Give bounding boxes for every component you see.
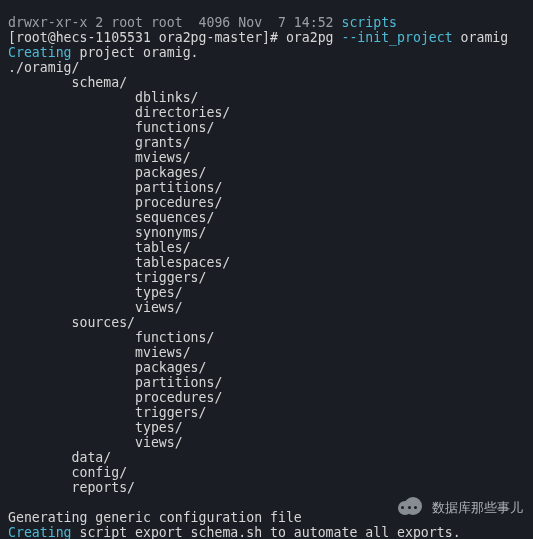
tree-sources-item: partitions/ <box>8 375 222 390</box>
tree-schema-item: mviews/ <box>8 150 191 165</box>
cmd-opt: --init_project <box>341 30 452 45</box>
tree-schema-item: sequences/ <box>8 210 214 225</box>
tree-sources: sources/ <box>8 315 135 330</box>
creating-kw: Creating <box>8 525 72 539</box>
tree-schema-item: procedures/ <box>8 195 222 210</box>
terminal[interactable]: drwxr-xr-x 2 root root 4096 Nov 7 14:52 … <box>0 0 533 539</box>
tree-config: config/ <box>8 465 127 480</box>
tree-sources-item: functions/ <box>8 330 214 345</box>
ls-line: drwxr-xr-x 2 root root 4096 Nov 7 14:52 <box>8 15 341 30</box>
tree-schema-item: views/ <box>8 300 183 315</box>
tree-reports: reports/ <box>8 480 135 495</box>
tree-schema-item: packages/ <box>8 165 207 180</box>
shell-prompt: [root@hecs-1105531 ora2pg-master]# <box>8 30 278 45</box>
ls-scripts: scripts <box>341 15 397 30</box>
cmd: ora2pg <box>286 30 342 45</box>
tree-sources-item: triggers/ <box>8 405 207 420</box>
cmd-arg: oramig <box>453 30 509 45</box>
tree-root: ./oramig/ <box>8 60 79 75</box>
tree-sources-item: procedures/ <box>8 390 222 405</box>
tree-sources-item: mviews/ <box>8 345 191 360</box>
tree-schema-item: types/ <box>8 285 183 300</box>
tree-schema-item: triggers/ <box>8 270 207 285</box>
tree-schema-item: directories/ <box>8 105 230 120</box>
tree-schema-item: tables/ <box>8 240 191 255</box>
tree-sources-item: views/ <box>8 435 183 450</box>
tree-sources-item: packages/ <box>8 360 207 375</box>
tree-schema-item: synonyms/ <box>8 225 207 240</box>
creating-kw: Creating <box>8 45 72 60</box>
tree-schema-item: dblinks/ <box>8 90 199 105</box>
tree-schema: schema/ <box>8 75 127 90</box>
tree-sources-item: types/ <box>8 420 183 435</box>
creating-proj: project oramig. <box>72 45 199 60</box>
tree-schema-item: grants/ <box>8 135 191 150</box>
tree-schema-item: tablespaces/ <box>8 255 230 270</box>
tree-schema-item: partitions/ <box>8 180 222 195</box>
tree-schema-item: functions/ <box>8 120 214 135</box>
script-export: script export_schema.sh to automate all … <box>72 525 461 539</box>
gen-conf: Generating generic configuration file <box>8 510 302 525</box>
tree-data: data/ <box>8 450 111 465</box>
